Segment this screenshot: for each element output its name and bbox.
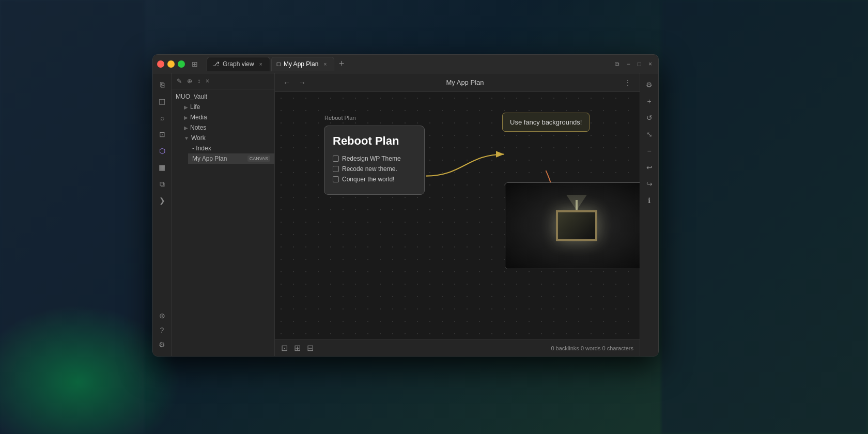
canvas-content[interactable]: Reboot Plan Reboot Plan Redesign WP Them…: [275, 92, 640, 356]
title-bar: ⊞ ⎇ Graph view × □ My App Plan × + ⧉ − □…: [153, 55, 658, 73]
tree-label-life: Life: [190, 103, 270, 111]
sidebar-item-calendar[interactable]: ▦: [155, 160, 169, 175]
art-frame-image: [505, 183, 640, 269]
arrow-icon: ▶: [184, 125, 188, 131]
tab-graph-close[interactable]: ×: [257, 60, 265, 68]
sort-button[interactable]: ↕: [196, 76, 202, 86]
checklist-item-2: Conquer the world!: [333, 176, 416, 183]
canvas-title: My App Plan: [312, 79, 618, 86]
layout-button[interactable]: ⧉: [613, 59, 622, 69]
close-button[interactable]: [157, 60, 164, 68]
backlinks-count: 0 backlinks: [551, 345, 579, 351]
window-maximize-btn[interactable]: □: [636, 59, 643, 69]
checkbox-1[interactable]: [333, 166, 339, 172]
tab-add-button[interactable]: +: [335, 58, 348, 70]
bg-window-right: [661, 0, 868, 434]
nav-back-button[interactable]: ←: [281, 78, 292, 88]
status-info: 0 backlinks 0 words 0 characters: [551, 345, 633, 351]
checkbox-0[interactable]: [333, 156, 339, 162]
tree-item-notes[interactable]: ▶ Notes: [180, 122, 274, 133]
art-frame-container: [556, 210, 597, 241]
tree-item-work[interactable]: ▼ Work: [180, 133, 274, 143]
redo-button[interactable]: ↪: [642, 177, 657, 191]
sidebar-item-settings[interactable]: ⚙: [155, 337, 169, 352]
canvas-node-fancy-bg[interactable]: Use fancy backgrounds!: [502, 113, 590, 132]
sidebar-item-new-note[interactable]: ⎘: [155, 78, 169, 92]
picture-bg: [558, 212, 595, 239]
minimize-button[interactable]: [167, 60, 175, 68]
icon-sidebar: ⎘ ◫ ⌕ ⊡ ⬡ ▦ ⧉ ❯ ⊕ ? ⚙: [153, 73, 172, 356]
tab-my-app-plan[interactable]: □ My App Plan ×: [271, 57, 335, 71]
tree-item-index[interactable]: - Index: [188, 143, 274, 153]
canvas-node-reboot-plan[interactable]: Reboot Plan Reboot Plan Redesign WP Them…: [324, 126, 425, 195]
sidebar-item-vault[interactable]: ⊕: [155, 308, 169, 323]
canvas-more-options[interactable]: ⋮: [622, 78, 633, 88]
file-sidebar: ✎ ⊕ ↕ × MUO_Vault ▶ Life ▶ Media: [172, 73, 275, 356]
canvas-toolbar: ← → My App Plan ⋮: [275, 73, 640, 92]
info-button[interactable]: ℹ: [642, 193, 657, 208]
window-minimize-btn[interactable]: −: [625, 59, 632, 69]
tabs-area: ⎇ Graph view × □ My App Plan × +: [207, 57, 610, 71]
canvas-icon: □: [277, 60, 281, 68]
tab-canvas-close[interactable]: ×: [321, 60, 329, 68]
sidebar-item-files[interactable]: ◫: [155, 94, 169, 109]
fancy-bg-text: Use fancy backgrounds!: [510, 118, 582, 126]
tree-item-life[interactable]: ▶ Life: [180, 102, 274, 112]
checkbox-2[interactable]: [333, 176, 339, 182]
zoom-in-button[interactable]: +: [642, 94, 657, 109]
checklist-label-0: Redesign WP Theme: [342, 155, 401, 162]
tree-indent: ▶ Life ▶ Media ▶ Notes ▼ Work: [172, 102, 274, 164]
sidebar-item-help[interactable]: ?: [155, 323, 169, 337]
add-media-card-button[interactable]: ⊟: [307, 343, 314, 353]
tree-label-notes: Notes: [190, 124, 270, 131]
checklist-item-1: Recode new theme.: [333, 165, 416, 173]
spotlight-cone: [566, 195, 587, 210]
icon-sidebar-bottom: ⊕ ? ⚙: [155, 308, 169, 352]
arrow-icon: ▼: [184, 135, 189, 141]
sidebar-item-graph[interactable]: ⬡: [155, 144, 169, 158]
file-sidebar-header: ✎ ⊕ ↕ ×: [172, 73, 274, 89]
vault-label: MUO_Vault: [176, 93, 207, 100]
reset-zoom-button[interactable]: ↺: [642, 111, 657, 125]
checklist-item-0: Redesign WP Theme: [333, 155, 416, 162]
vault-root[interactable]: MUO_Vault: [172, 91, 274, 102]
bg-window-left: [0, 0, 145, 434]
tree-item-media[interactable]: ▶ Media: [180, 112, 274, 122]
tab-graph-view[interactable]: ⎇ Graph view ×: [207, 57, 270, 71]
canvas-settings-button[interactable]: ⚙: [642, 78, 657, 92]
close-sidebar-button[interactable]: ×: [205, 76, 210, 86]
reboot-plan-title: Reboot Plan: [333, 134, 416, 148]
new-note-button[interactable]: ✎: [176, 76, 183, 86]
sidebar-toggle-button[interactable]: ⊞: [190, 59, 199, 69]
arrow-icon: ▶: [184, 115, 188, 120]
checklist-label-1: Recode new theme.: [342, 165, 397, 173]
checklist-label-2: Conquer the world!: [342, 176, 394, 183]
sidebar-item-terminal[interactable]: ❯: [155, 193, 169, 208]
canvas-node-art-frame[interactable]: art_frame.png: [505, 182, 640, 269]
add-file-card-button[interactable]: ⊞: [294, 343, 301, 353]
tab-canvas-label: My App Plan: [284, 60, 318, 68]
fit-screen-button[interactable]: ⤡: [642, 127, 657, 142]
sidebar-item-search[interactable]: ⌕: [155, 111, 169, 125]
graph-view-icon: ⎇: [212, 60, 220, 68]
content-area: ⎘ ◫ ⌕ ⊡ ⬡ ▦ ⧉ ❯ ⊕ ? ⚙ ✎ ⊕ ↕ × M: [153, 73, 658, 356]
right-panel: ⚙ + ↺ ⤡ − ↩ ↪ ℹ: [640, 73, 658, 356]
file-tree: MUO_Vault ▶ Life ▶ Media ▶ Notes: [172, 89, 274, 166]
canvas-area[interactable]: ← → My App Plan ⋮: [275, 73, 640, 356]
tab-graph-label: Graph view: [223, 60, 254, 68]
nav-forward-button[interactable]: →: [297, 78, 308, 88]
maximize-button[interactable]: [178, 60, 185, 68]
tree-label-work: Work: [191, 134, 270, 142]
reboot-plan-content: Reboot Plan Redesign WP Theme Recode new…: [324, 126, 424, 194]
title-bar-right: ⧉ − □ ×: [613, 59, 654, 69]
zoom-out-button[interactable]: −: [642, 144, 657, 158]
sidebar-item-tags[interactable]: ⧉: [155, 177, 169, 191]
new-folder-button[interactable]: ⊕: [186, 76, 193, 86]
canvas-bottom-bar: ⊡ ⊞ ⊟ 0 backlinks 0 words 0 characters: [275, 339, 640, 356]
tree-item-myappplan[interactable]: My App Plan CANVAS: [188, 153, 274, 164]
sidebar-item-bookmark[interactable]: ⊡: [155, 127, 169, 142]
undo-button[interactable]: ↩: [642, 160, 657, 175]
window-close-btn[interactable]: ×: [646, 59, 654, 69]
add-note-card-button[interactable]: ⊡: [281, 343, 288, 353]
words-count: 0 words: [581, 345, 601, 351]
